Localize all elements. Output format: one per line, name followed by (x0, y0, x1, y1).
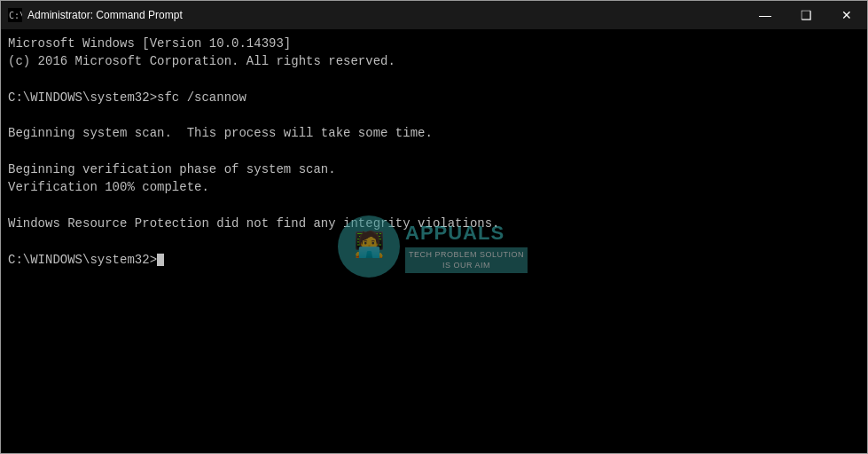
console-line-complete: Verification 100% complete. (8, 178, 860, 196)
window-controls: — ❑ ✕ (745, 1, 867, 29)
console-line-empty (8, 71, 860, 89)
console-line: (c) 2016 Microsoft Corporation. All righ… (8, 52, 860, 70)
svg-text:C:\: C:\ (9, 11, 22, 20)
window-title: Administrator: Command Prompt (27, 9, 860, 21)
console-line: Microsoft Windows [Version 10.0.14393] (8, 35, 860, 52)
console-line-empty (8, 232, 860, 250)
maximize-button[interactable]: ❑ (786, 1, 826, 29)
title-bar: C:\ Administrator: Command Prompt — ❑ ✕ (1, 1, 867, 29)
console-line-command: C:\WINDOWS\system32>sfc /scannow (8, 89, 860, 106)
console-line-scan: Beginning system scan. This process will… (8, 124, 860, 142)
cursor (157, 254, 164, 266)
console-line-empty (8, 143, 860, 160)
cmd-icon: C:\ (8, 8, 22, 22)
console-body[interactable]: Microsoft Windows [Version 10.0.14393] (… (1, 29, 867, 453)
console-line-verify: Beginning verification phase of system s… (8, 160, 860, 178)
cmd-window: C:\ Administrator: Command Prompt — ❑ ✕ … (0, 0, 868, 454)
close-button[interactable]: ✕ (826, 1, 867, 29)
minimize-button[interactable]: — (745, 1, 786, 29)
console-line-result: Windows Resource Protection did not find… (8, 215, 860, 232)
console-line-prompt: C:\WINDOWS\system32> (8, 251, 860, 269)
console-line-empty (8, 197, 860, 215)
console-line-empty (8, 106, 860, 124)
